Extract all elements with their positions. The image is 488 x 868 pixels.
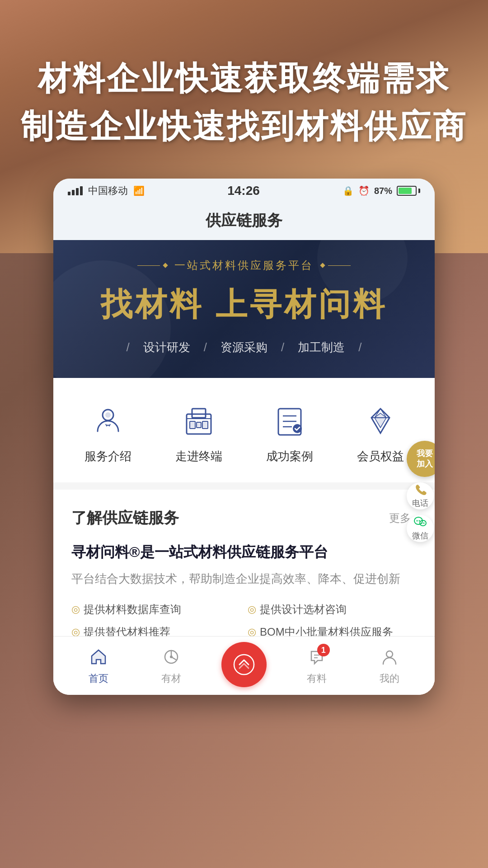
service-item-intro[interactable]: 服务介绍: [84, 401, 131, 464]
float-join-label: 我要加入: [417, 448, 433, 470]
service-icon-enterprise: [178, 401, 219, 441]
banner-subtitle-text: 一站式材料供应服务平台: [174, 258, 314, 273]
signal-bar-1: [68, 192, 70, 195]
mine-icon: [378, 646, 401, 668]
center-button[interactable]: [221, 642, 267, 687]
svg-point-27: [419, 520, 420, 522]
nav-item-materials[interactable]: 有材: [135, 646, 208, 685]
carrier-name: 中国移动: [88, 184, 128, 198]
banner-main-title: 找材料 上寻材问料: [71, 283, 417, 326]
svg-rect-5: [202, 421, 208, 429]
service-icon-membership: [360, 401, 401, 441]
signal-bar-4: [80, 186, 83, 195]
signal-bars: [68, 186, 83, 195]
service-label-enterprise: 走进终端: [175, 448, 222, 464]
signal-bar-3: [76, 188, 79, 195]
content-card: 寻材问料®是一站式材料供应链服务平台 平台结合大数据技术，帮助制造企业提高效率、…: [71, 542, 417, 640]
tag-sep2: /: [204, 340, 207, 354]
float-join-button[interactable]: 我要加入: [407, 441, 435, 477]
battery-percent: 87%: [374, 186, 392, 196]
service-item-membership[interactable]: 会员权益: [357, 401, 404, 464]
nav-item-center[interactable]: [208, 642, 281, 689]
section-header: 了解供应链服务 更多 ›: [71, 508, 417, 528]
banner-subtitle-row: 一站式材料供应服务平台: [71, 258, 417, 273]
float-buttons: 我要加入 电话 微信: [407, 441, 435, 542]
feature-text-2: 提供设计选材咨询: [260, 602, 347, 617]
feature-item-2: ◎ 提供设计选材咨询: [248, 602, 417, 617]
svg-point-25: [420, 520, 426, 526]
service-label-intro: 服务介绍: [84, 448, 131, 464]
content-desc: 平台结合大数据技术，帮助制造企业提高效率、降本、促进创新: [71, 570, 417, 589]
nav-label-home: 首页: [89, 672, 108, 685]
status-time: 14:26: [227, 184, 260, 198]
feature-item-1: ◎ 提供材料数据库查询: [71, 602, 240, 617]
float-wechat-label: 微信: [412, 530, 428, 541]
services-grid: 服务介绍 走进终端: [53, 378, 435, 482]
banner-tag-2: 资源采购: [221, 340, 267, 355]
service-label-membership: 会员权益: [357, 448, 404, 464]
svg-point-29: [423, 523, 425, 524]
float-wechat-button[interactable]: 微信: [407, 515, 434, 542]
section-title: 了解供应链服务: [71, 508, 179, 528]
phone-frame: 中国移动 📶 14:26 🔒 ⏰ 87% 供应链服务 一站式材料供应服务: [53, 179, 435, 695]
nav-label-mine: 我的: [380, 672, 399, 685]
info-icon: 1: [305, 646, 328, 668]
hero-line1: 材料企业快速获取终端需求: [18, 59, 470, 98]
signal-area: 中国移动 📶: [68, 184, 145, 198]
wifi-icon: 📶: [133, 185, 145, 196]
float-phone-button[interactable]: 电话: [407, 482, 434, 509]
banner-tag-3: 加工制造: [298, 340, 345, 355]
signal-bar-2: [72, 190, 75, 195]
service-item-cases[interactable]: 成功案例: [266, 401, 313, 464]
app-header: 供应链服务: [53, 203, 435, 240]
svg-point-1: [105, 412, 111, 418]
float-phone-label: 电话: [412, 498, 428, 509]
status-right: 🔒 ⏰ 87%: [343, 185, 420, 196]
nav-item-info[interactable]: 1 有料: [280, 646, 353, 685]
service-label-cases: 成功案例: [266, 448, 313, 464]
feature-text-1: 提供材料数据库查询: [84, 602, 181, 617]
banner-tags: / 设计研发 / 资源采购 / 加工制造 /: [71, 340, 417, 355]
tag-sep4: /: [358, 340, 361, 354]
supply-chain-section: 了解供应链服务 更多 › 寻材问料®是一站式材料供应链服务平台 平台结合大数据技…: [53, 490, 435, 653]
app-title: 供应链服务: [53, 210, 435, 231]
features-grid: ◎ 提供材料数据库查询 ◎ 提供设计选材咨询 ◎ 提供替代材料推荐 ◎ BOM中…: [71, 602, 417, 639]
home-icon: [87, 646, 110, 668]
service-icon-intro: [88, 401, 128, 441]
battery: [397, 186, 420, 196]
bottom-navigation: 首页 有材: [53, 636, 435, 695]
svg-point-23: [386, 651, 393, 657]
alarm-icon: ⏰: [358, 185, 370, 196]
svg-point-28: [421, 523, 422, 524]
nav-label-info: 有料: [307, 672, 327, 685]
banner-tag-1: 设计研发: [143, 340, 190, 355]
tag-sep3: /: [281, 340, 284, 354]
banner: 一站式材料供应服务平台 找材料 上寻材问料 / 设计研发 / 资源采购 / 加工…: [53, 240, 435, 378]
info-badge: 1: [317, 644, 330, 656]
tag-sep1: /: [127, 340, 130, 354]
svg-point-26: [417, 520, 418, 522]
lock-icon: 🔒: [343, 185, 354, 196]
hero-section: 材料企业快速获取终端需求 制造企业快速找到材料供应商: [0, 59, 488, 146]
svg-rect-6: [197, 422, 201, 428]
svg-rect-4: [190, 421, 195, 429]
check-icon-2: ◎: [248, 603, 256, 617]
check-icon-1: ◎: [71, 603, 80, 617]
service-icon-cases: [269, 401, 310, 441]
svg-point-12: [293, 424, 302, 433]
nav-item-mine[interactable]: 我的: [353, 646, 426, 685]
service-item-enterprise[interactable]: 走进终端: [175, 401, 222, 464]
divider: [53, 482, 435, 490]
status-bar: 中国移动 📶 14:26 🔒 ⏰ 87%: [53, 179, 435, 203]
hero-line2: 制造企业快速找到材料供应商: [18, 107, 470, 146]
svg-rect-3: [192, 409, 206, 418]
content-title: 寻材问料®是一站式材料供应链服务平台: [71, 542, 417, 562]
nav-item-home[interactable]: 首页: [62, 646, 135, 685]
materials-icon: [160, 646, 183, 668]
svg-point-19: [170, 656, 173, 658]
nav-label-materials: 有材: [161, 672, 181, 685]
